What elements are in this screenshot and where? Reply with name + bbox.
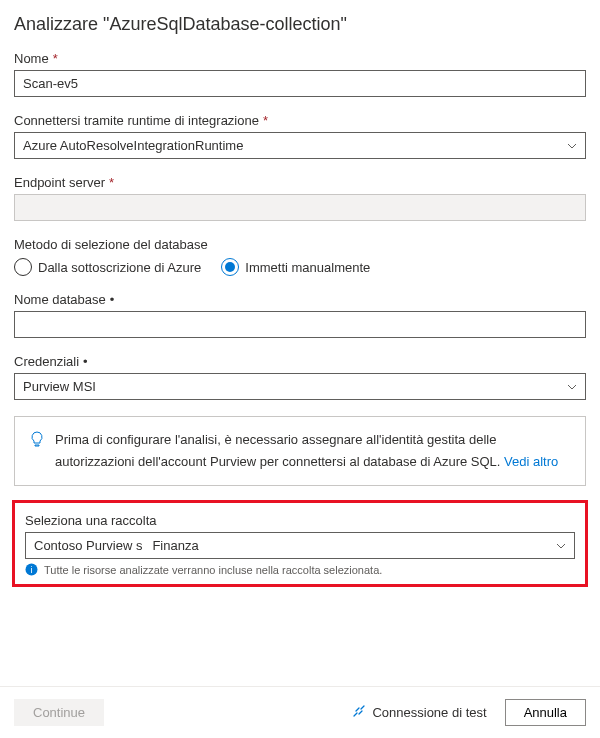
svg-text:i: i <box>31 565 33 575</box>
field-credentials: Credenziali • Purview MSI <box>14 354 586 400</box>
dbname-input[interactable] <box>14 311 586 338</box>
label-name: Nome <box>14 51 49 66</box>
required-indicator: * <box>53 51 58 66</box>
radio-icon <box>14 258 32 276</box>
field-name: Nome * <box>14 51 586 97</box>
collection-path-leaf: Finanza <box>152 538 198 553</box>
info-text: Prima di configurare l'analisi, è necess… <box>55 429 571 473</box>
radio-manual[interactable]: Immetti manualmente <box>221 258 370 276</box>
field-dbmethod: Metodo di selezione del database Dalla s… <box>14 237 586 276</box>
label-dbname: Nome database <box>14 292 106 307</box>
page-title: Analizzare "AzureSqlDatabase-collection" <box>14 14 586 35</box>
required-indicator: • <box>110 292 115 307</box>
field-endpoint: Endpoint server * <box>14 175 586 221</box>
continue-button: Continue <box>14 699 104 726</box>
lightbulb-icon <box>29 431 45 473</box>
collection-hint: Tutte le risorse analizzate verranno inc… <box>44 564 382 576</box>
collection-section: Seleziona una raccolta Contoso Purview s… <box>12 500 588 587</box>
credentials-select[interactable]: Purview MSI <box>14 373 586 400</box>
field-runtime: Connettersi tramite runtime di integrazi… <box>14 113 586 159</box>
endpoint-input <box>14 194 586 221</box>
required-indicator: * <box>263 113 268 128</box>
radio-subscription-label: Dalla sottoscrizione di Azure <box>38 260 201 275</box>
radio-subscription[interactable]: Dalla sottoscrizione di Azure <box>14 258 201 276</box>
plug-icon <box>352 704 366 721</box>
collection-path-root: Contoso Purview s <box>34 538 142 553</box>
label-collection: Seleziona una raccolta <box>25 513 157 528</box>
test-connection-label: Connessione di test <box>372 705 486 720</box>
name-input[interactable] <box>14 70 586 97</box>
info-link[interactable]: Vedi altro <box>504 454 558 469</box>
radio-icon-checked <box>221 258 239 276</box>
radio-manual-label: Immetti manualmente <box>245 260 370 275</box>
field-dbname: Nome database • <box>14 292 586 338</box>
test-connection-link[interactable]: Connessione di test <box>352 704 486 721</box>
required-indicator: • <box>83 354 88 369</box>
label-endpoint: Endpoint server <box>14 175 105 190</box>
info-icon: i <box>25 563 38 576</box>
footer: Continue Connessione di test Annulla <box>0 686 600 738</box>
label-dbmethod: Metodo di selezione del database <box>14 237 208 252</box>
cancel-button[interactable]: Annulla <box>505 699 586 726</box>
info-text-body: Prima di configurare l'analisi, è necess… <box>55 432 504 469</box>
label-credentials: Credenziali <box>14 354 79 369</box>
runtime-select[interactable]: Azure AutoResolveIntegrationRuntime <box>14 132 586 159</box>
info-box: Prima di configurare l'analisi, è necess… <box>14 416 586 486</box>
collection-select[interactable]: Contoso Purview s Finanza <box>25 532 575 559</box>
required-indicator: * <box>109 175 114 190</box>
label-runtime: Connettersi tramite runtime di integrazi… <box>14 113 259 128</box>
